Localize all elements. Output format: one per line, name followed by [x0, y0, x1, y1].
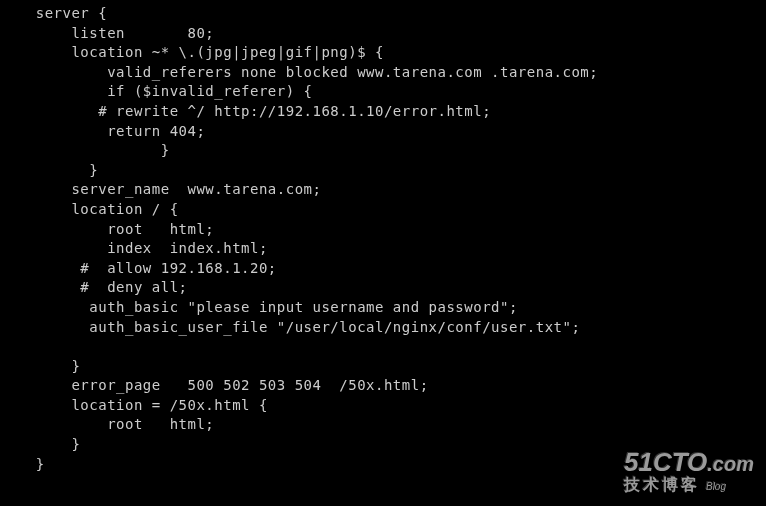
- code-line: valid_referers none blocked www.tarena.c…: [0, 64, 598, 80]
- code-line: # deny all;: [0, 279, 188, 295]
- code-line: }: [0, 162, 98, 178]
- code-line: index index.html;: [0, 240, 268, 256]
- code-line: return 404;: [0, 123, 205, 139]
- code-line: if ($invalid_referer) {: [0, 83, 313, 99]
- code-line: }: [0, 436, 80, 452]
- code-line: location = /50x.html {: [0, 397, 268, 413]
- watermark-sub-text: 技术博客: [624, 475, 700, 496]
- code-line: # rewrite ^/ http://192.168.1.10/error.h…: [0, 103, 491, 119]
- code-line: listen 80;: [0, 25, 214, 41]
- code-line: }: [0, 358, 80, 374]
- code-line: error_page 500 502 503 504 /50x.html;: [0, 377, 429, 393]
- code-line: root html;: [0, 416, 214, 432]
- code-line: }: [0, 142, 170, 158]
- code-line: server {: [0, 5, 107, 21]
- code-line: server_name www.tarena.com;: [0, 181, 321, 197]
- nginx-config-code: server { listen 80; location ~* \.(jpg|j…: [0, 0, 766, 474]
- code-line: root html;: [0, 221, 214, 237]
- code-line: location / {: [0, 201, 179, 217]
- watermark-blog: Blog: [706, 481, 726, 492]
- code-line: # allow 192.168.1.20;: [0, 260, 277, 276]
- code-line: auth_basic_user_file "/user/local/nginx/…: [0, 319, 580, 335]
- code-line: auth_basic "please input username and pa…: [0, 299, 518, 315]
- code-line: location ~* \.(jpg|jpeg|gif|png)$ {: [0, 44, 384, 60]
- code-line: }: [0, 456, 45, 472]
- watermark-sub: 技术博客 Blog: [624, 475, 754, 496]
